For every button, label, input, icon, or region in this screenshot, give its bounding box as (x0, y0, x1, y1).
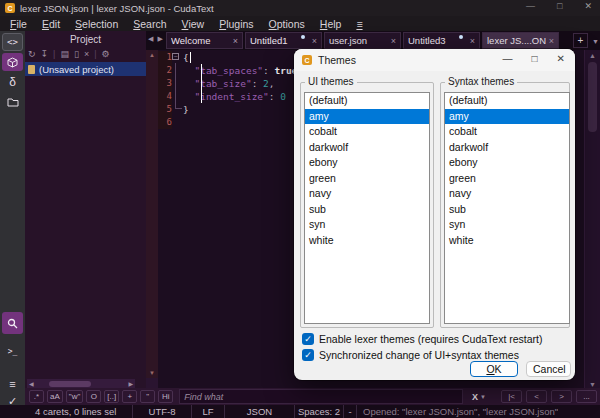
project-item-unsaved[interactable]: (Unsaved project) (25, 62, 146, 76)
find-option-item[interactable]: .* (29, 390, 44, 403)
theme-item-darkwolf[interactable]: darkwolf (305, 140, 429, 156)
package-icon[interactable] (2, 53, 23, 71)
refresh-icon[interactable]: ↻ (28, 49, 36, 59)
theme-item-white[interactable]: white (305, 233, 429, 249)
theme-item-green[interactable]: green (445, 171, 569, 187)
find-clear-button[interactable]: X ▼ (466, 391, 492, 403)
maximize-icon[interactable]: □ (532, 53, 538, 64)
find-option-hi[interactable]: Hi (158, 390, 173, 403)
theme-item-cobalt[interactable]: cobalt (305, 124, 429, 140)
cancel-button[interactable]: Cancel (526, 361, 571, 377)
find-nav-item[interactable]: > (551, 390, 572, 403)
delta-icon[interactable]: δ (2, 73, 23, 91)
close-icon[interactable]: ✕ (584, 1, 592, 11)
close-icon[interactable]: ✕ (557, 53, 565, 64)
find-option-item[interactable]: [..] (104, 390, 119, 403)
tab-scroll-arrows[interactable]: ◀▶ (148, 35, 167, 43)
theme-item-amy[interactable]: amy (305, 109, 429, 125)
scrollbar-thumb[interactable] (588, 62, 597, 132)
theme-item-default[interactable]: (default) (445, 93, 569, 109)
maximize-icon[interactable]: □ (557, 1, 562, 11)
gear-icon[interactable]: ⚙ (102, 49, 110, 59)
tab-close-icon[interactable]: × (549, 36, 554, 46)
theme-item-sub[interactable]: sub (305, 202, 429, 218)
menu-item-search[interactable]: Search (127, 18, 172, 30)
theme-item-ebony[interactable]: ebony (445, 155, 569, 171)
scroll-down-icon[interactable]: ▼ (146, 370, 158, 376)
new-tab-button[interactable]: + (573, 33, 588, 48)
tab-untitled1[interactable]: Untitled1× (245, 32, 322, 49)
menu-item-plugins[interactable]: Plugins (213, 18, 259, 30)
tab-untitled3[interactable]: Untitled3× (403, 32, 480, 49)
tab-close-icon[interactable]: × (470, 36, 475, 46)
code-icon[interactable]: <> (2, 33, 23, 51)
code-line[interactable]: } (183, 103, 303, 116)
theme-item-syn[interactable]: syn (445, 217, 569, 233)
scroll-left-icon[interactable]: ◀ (29, 380, 34, 387)
find-option-item[interactable]: + (122, 390, 137, 403)
theme-item-cobalt[interactable]: cobalt (445, 124, 569, 140)
ui-themes-list[interactable]: (default)amycobaltdarkwolfebonygreennavy… (304, 92, 430, 324)
theme-item-green[interactable]: green (305, 171, 429, 187)
scroll-down-icon[interactable]: ▼ (585, 381, 600, 388)
fold-marker-icon[interactable]: − (172, 53, 179, 60)
code-line[interactable] (183, 116, 303, 129)
scroll-up-icon[interactable]: ▲ (146, 52, 158, 58)
menu-item-item[interactable]: ≡ (350, 18, 368, 30)
search-icon[interactable] (2, 312, 23, 334)
tab-close-icon[interactable]: × (233, 36, 238, 46)
theme-item-ebony[interactable]: ebony (305, 155, 429, 171)
find-nav-item[interactable]: |< (501, 390, 522, 403)
theme-item-default[interactable]: (default) (305, 93, 429, 109)
find-option-aa[interactable]: aA (47, 390, 63, 403)
menu-item-edit[interactable]: Edit (36, 18, 66, 30)
find-nav-item[interactable]: ... (576, 390, 597, 403)
menu-item-options[interactable]: Options (263, 18, 311, 30)
project-vertical-scrollbar[interactable]: ▲ ▼ (146, 50, 158, 378)
terminal-icon[interactable]: >_ (2, 342, 23, 360)
editor-vertical-scrollbar[interactable]: ▲ ▼ (584, 50, 600, 390)
theme-item-darkwolf[interactable]: darkwolf (445, 140, 569, 156)
list-icon[interactable]: ≡ (2, 375, 23, 393)
scroll-up-icon[interactable]: ▲ (585, 52, 600, 59)
find-option-o[interactable]: O (86, 390, 101, 403)
theme-item-navy[interactable]: navy (445, 186, 569, 202)
find-input[interactable] (179, 389, 463, 404)
dialog-titlebar[interactable]: C Themes — □ ✕ (294, 49, 575, 71)
sync-themes-checkbox[interactable]: ✓ Synchronized change of UI+syntax theme… (302, 349, 519, 361)
theme-item-amy[interactable]: amy (445, 109, 569, 125)
menu-item-view[interactable]: View (176, 18, 211, 30)
new-file-icon[interactable]: ▯ (74, 49, 79, 59)
scrollbar-thumb[interactable] (49, 381, 91, 387)
menu-item-file[interactable]: File (4, 18, 33, 30)
find-option-item[interactable]: " (140, 390, 155, 403)
minimize-icon[interactable]: — (503, 53, 513, 64)
ok-button[interactable]: OK (470, 361, 518, 377)
find-nav-buttons: |<<>... (501, 390, 597, 403)
folder-icon[interactable] (2, 93, 23, 111)
tab-close-icon[interactable]: × (391, 36, 396, 46)
code-line[interactable]: { (183, 51, 303, 64)
line-number: 2 (158, 64, 172, 77)
tab-welcome[interactable]: Welcome× (166, 32, 243, 49)
theme-item-white[interactable]: white (445, 233, 569, 249)
tab-list-dropdown-icon[interactable]: ▼ (592, 38, 599, 45)
find-nav-item[interactable]: < (526, 390, 547, 403)
theme-item-syn[interactable]: syn (305, 217, 429, 233)
tab-close-icon[interactable]: × (312, 36, 317, 46)
tab-lexer-js-on-json[interactable]: lexer JS....ON.json× (482, 32, 559, 49)
menu-item-help[interactable]: Help (314, 18, 348, 30)
minimize-icon[interactable]: — (526, 1, 535, 11)
theme-item-navy[interactable]: navy (305, 186, 429, 202)
theme-item-sub[interactable]: sub (445, 202, 569, 218)
status-cell-4: Spaces: 2 (295, 405, 344, 418)
tab-user-json[interactable]: user.json× (324, 32, 401, 49)
menu-item-selection[interactable]: Selection (69, 18, 124, 30)
folder-open-icon[interactable]: ▤ (60, 49, 69, 59)
find-option-w[interactable]: "w" (66, 390, 83, 403)
enable-lexer-themes-checkbox[interactable]: ✓ Enable lexer themes (requires CudaText… (302, 333, 543, 345)
remove-icon[interactable]: × (84, 49, 89, 59)
syntax-themes-list[interactable]: (default)amycobaltdarkwolfebonygreennavy… (444, 92, 570, 324)
import-icon[interactable]: ↧ (41, 49, 49, 59)
scroll-right-icon[interactable]: ▶ (128, 380, 133, 387)
